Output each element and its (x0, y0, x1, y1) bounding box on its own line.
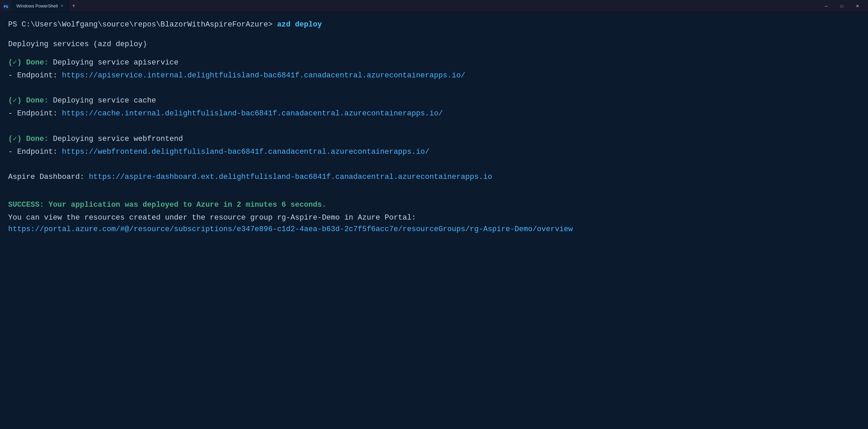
close-button[interactable]: ✕ (850, 0, 865, 12)
portal-url[interactable]: https://portal.azure.com/#@/resource/sub… (8, 225, 573, 234)
aspire-dashboard-line: Aspire Dashboard: https://aspire-dashboa… (8, 171, 860, 183)
service2-done-label: (✓) Done: (8, 96, 49, 105)
service2-dash: - Endpoint: (8, 109, 57, 118)
aspire-label: Aspire Dashboard: (8, 173, 84, 181)
service1-endpoint-line: - Endpoint: https://apiservice.internal.… (8, 70, 860, 81)
service1-url[interactable]: https://apiservice.internal.delightfulis… (62, 71, 465, 80)
service3-endpoint-line: - Endpoint: https://webfrontend.delightf… (8, 146, 860, 158)
service3-done-label: (✓) Done: (8, 135, 49, 143)
service2-endpoint-line: - Endpoint: https://cache.internal.delig… (8, 108, 860, 119)
title-bar: PS Windows PowerShell ✕ + ─ □ ✕ (0, 0, 868, 12)
prompt-line: PS C:\Users\Wolfgang\source\repos\Blazor… (8, 19, 860, 31)
service1-done-label: (✓) Done: (8, 58, 49, 67)
command-text: azd deploy (277, 20, 322, 29)
service2-url[interactable]: https://cache.internal.delightfulisland-… (62, 109, 443, 118)
tab-bar: Windows PowerShell ✕ + (12, 0, 79, 12)
service3-done-line: (✓) Done: Deploying service webfrontend (8, 133, 860, 145)
maximize-button[interactable]: □ (834, 0, 850, 12)
tab-close-icon[interactable]: ✕ (60, 4, 63, 8)
section-header: Deploying services (azd deploy) (8, 39, 860, 50)
service3-done-text: Deploying service webfrontend (53, 135, 183, 143)
window-controls: ─ □ ✕ (818, 0, 865, 12)
tab-powershell[interactable]: Windows PowerShell ✕ (12, 0, 69, 12)
service1-dash: - Endpoint: (8, 71, 57, 80)
aspire-url[interactable]: https://aspire-dashboard.ext.delightfuli… (89, 173, 492, 181)
service3-url[interactable]: https://webfrontend.delightfulisland-bac… (62, 148, 429, 156)
prompt-path: PS C:\Users\Wolfgang\source\repos\Blazor… (8, 20, 273, 29)
tab-label: Windows PowerShell (16, 3, 58, 8)
service1-done-text: Deploying service apiservice (53, 58, 179, 67)
app-icon: PS (3, 3, 10, 10)
service1-done-line: (✓) Done: Deploying service apiservice (8, 57, 860, 69)
terminal-body: PS C:\Users\Wolfgang\source\repos\Blazor… (0, 12, 868, 242)
minimize-button[interactable]: ─ (818, 0, 834, 12)
service2-done-text: Deploying service cache (53, 96, 156, 105)
portal-url-line: https://portal.azure.com/#@/resource/sub… (8, 224, 860, 235)
new-tab-button[interactable]: + (69, 0, 79, 12)
service2-done-line: (✓) Done: Deploying service cache (8, 95, 860, 107)
info-line1: You can view the resources created under… (8, 212, 860, 224)
success-line: SUCCESS: Your application was deployed t… (8, 199, 860, 211)
svg-text:PS: PS (4, 5, 8, 9)
service3-dash: - Endpoint: (8, 148, 57, 156)
